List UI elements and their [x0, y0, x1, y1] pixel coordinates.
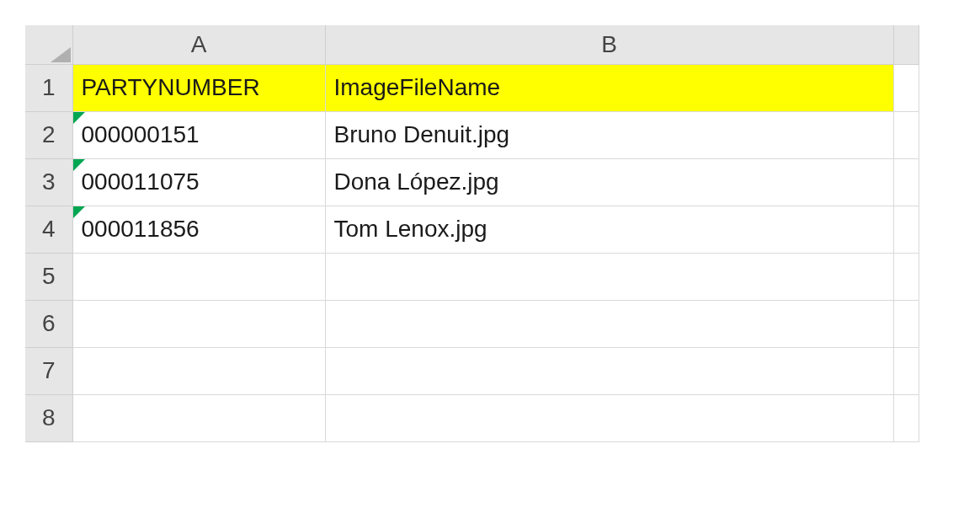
- row-header-2[interactable]: 2: [25, 111, 72, 158]
- spreadsheet-grid: A B 1 PARTYNUMBER ImageFileName 2 000000…: [25, 25, 919, 442]
- row-header-7[interactable]: 7: [25, 347, 72, 394]
- cell-c4[interactable]: [893, 206, 919, 253]
- cell-c5[interactable]: [893, 253, 919, 300]
- cell-a8[interactable]: [72, 394, 325, 441]
- cell-a6[interactable]: [72, 300, 325, 347]
- cell-a1[interactable]: PARTYNUMBER: [72, 64, 325, 111]
- column-header-next[interactable]: [893, 25, 919, 64]
- cell-b3[interactable]: Dona López.jpg: [325, 158, 893, 206]
- cell-a2[interactable]: 000000151: [72, 111, 325, 158]
- row-header-8[interactable]: 8: [25, 394, 72, 441]
- row-header-5[interactable]: 5: [25, 253, 72, 300]
- row-header-1[interactable]: 1: [25, 64, 72, 111]
- cell-b6[interactable]: [325, 300, 893, 347]
- cell-b4[interactable]: Tom Lenox.jpg: [325, 206, 893, 253]
- row-header-4[interactable]: 4: [25, 206, 72, 253]
- cell-b2[interactable]: Bruno Denuit.jpg: [325, 111, 893, 158]
- cell-b1[interactable]: ImageFileName: [325, 64, 893, 111]
- cell-c2[interactable]: [893, 111, 919, 158]
- cell-c7[interactable]: [893, 347, 919, 394]
- cell-b5[interactable]: [325, 253, 893, 300]
- cell-b8[interactable]: [325, 394, 893, 441]
- row-header-3[interactable]: 3: [25, 158, 72, 206]
- cell-a7[interactable]: [72, 347, 325, 394]
- select-all-corner[interactable]: [25, 25, 72, 64]
- cell-a4[interactable]: 000011856: [72, 206, 325, 253]
- cell-c1[interactable]: [893, 64, 919, 111]
- cell-a3[interactable]: 000011075: [72, 158, 325, 206]
- cell-b7[interactable]: [325, 347, 893, 394]
- cell-c6[interactable]: [893, 300, 919, 347]
- column-header-a[interactable]: A: [72, 25, 325, 64]
- cell-c3[interactable]: [893, 158, 919, 206]
- row-header-6[interactable]: 6: [25, 300, 72, 347]
- cell-c8[interactable]: [893, 394, 919, 441]
- cell-a5[interactable]: [72, 253, 325, 300]
- column-header-b[interactable]: B: [325, 25, 893, 64]
